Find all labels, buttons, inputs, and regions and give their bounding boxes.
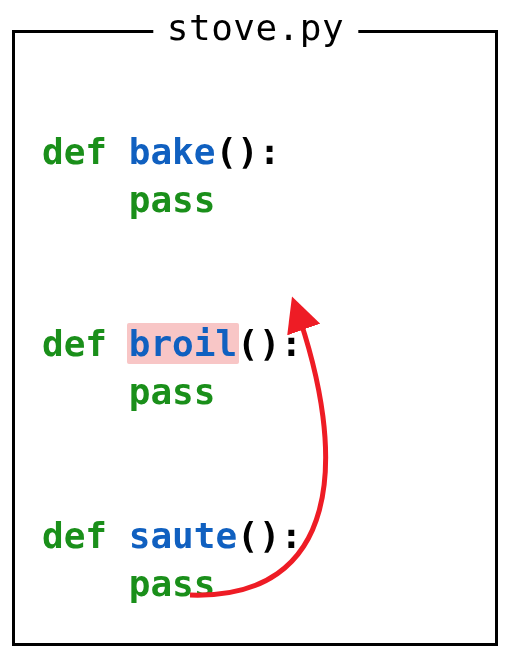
- line-pass-saute: pass: [42, 563, 215, 604]
- line-pass-broil: pass: [42, 371, 215, 412]
- paren-colon: ():: [237, 515, 302, 556]
- keyword-pass: pass: [129, 563, 216, 604]
- fn-broil-def: broil: [127, 323, 239, 364]
- fn-saute: saute: [129, 515, 237, 556]
- keyword-pass: pass: [129, 371, 216, 412]
- keyword-pass: pass: [129, 179, 216, 220]
- line-pass-bake: pass: [42, 179, 215, 220]
- keyword-def: def: [42, 323, 107, 364]
- line-def-bake: def bake():: [42, 131, 280, 172]
- keyword-def: def: [42, 515, 107, 556]
- line-def-broil: def broil():: [42, 323, 302, 364]
- paren-colon: ():: [215, 131, 280, 172]
- code-block: def bake(): pass def broil(): pass def s…: [42, 80, 302, 659]
- fn-bake: bake: [129, 131, 216, 172]
- file-title: stove.py: [153, 7, 358, 48]
- keyword-def: def: [42, 131, 107, 172]
- paren-colon: ():: [237, 323, 302, 364]
- line-def-saute: def saute():: [42, 515, 302, 556]
